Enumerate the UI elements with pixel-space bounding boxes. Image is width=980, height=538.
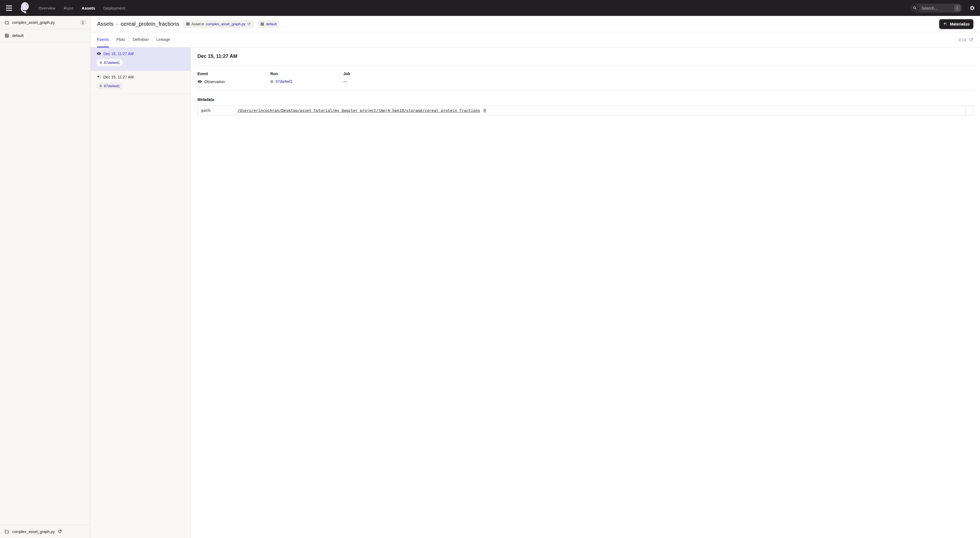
gear-icon[interactable]	[969, 5, 975, 11]
eye-icon	[197, 79, 202, 84]
field-label: Event	[197, 72, 270, 76]
folder-icon	[5, 529, 10, 534]
nav-item-assets[interactable]: Assets	[82, 6, 95, 10]
tab-events[interactable]: Events	[97, 32, 109, 48]
metadata-table: path /Users/erincochran/Desktop/asset_tu…	[197, 105, 974, 115]
breadcrumb-separator: ›	[116, 21, 118, 27]
tabs-spacer	[178, 32, 951, 47]
tab-definition[interactable]: Definition	[133, 32, 149, 48]
field-label: Run	[270, 72, 343, 76]
refresh-timer-area: 0:14	[959, 32, 974, 47]
run-status-dot	[100, 85, 102, 87]
sparkles-icon	[97, 75, 101, 79]
sidebar-item-label: default	[12, 33, 86, 38]
top-nav: Overview Runs Assets Deployment /	[0, 0, 980, 16]
nav-item-overview[interactable]: Overview	[38, 6, 56, 10]
dagster-logo-icon[interactable]	[19, 2, 31, 14]
run-id-link[interactable]: 67da4ed1	[104, 60, 120, 65]
breadcrumb-assets-link[interactable]: Assets	[97, 21, 113, 27]
asset-group-link[interactable]: default	[266, 22, 277, 26]
run-id-link[interactable]: 67da4ed1	[104, 84, 120, 88]
field-event: Event Observation	[197, 72, 270, 84]
event-summary-fields: Event Observation	[197, 72, 974, 84]
sidebar-spacer	[0, 42, 90, 525]
eye-icon	[97, 51, 101, 56]
job-value-empty: —	[343, 79, 347, 84]
asset-tabs: Events Plots Definition Lineage 0:14	[91, 32, 980, 48]
event-detail-heading: Dec 15, 11:27 AM	[197, 54, 974, 59]
search-shortcut-badge: /	[954, 5, 960, 11]
breadcrumb: Assets › cereal_protein_fractions	[97, 21, 179, 27]
nav-item-runs[interactable]: Runs	[64, 6, 73, 10]
code-location-sidebar: complex_asset_graph.py 1 default	[0, 16, 91, 538]
event-timestamp: Dec 15, 11:27 AM	[103, 51, 134, 56]
divider	[197, 90, 974, 90]
hamburger-menu-icon[interactable]	[5, 3, 14, 13]
primary-nav: Overview Runs Assets Deployment	[38, 6, 125, 10]
field-run: Run 67da4ed1	[270, 72, 343, 84]
field-job: Job —	[343, 72, 416, 84]
asset-group-icon	[5, 33, 10, 38]
metadata-row-path: path /Users/erincochran/Desktop/asset_tu…	[198, 106, 974, 115]
breadcrumb-current-asset: cereal_protein_fractions	[121, 21, 179, 27]
asset-group-tag: default	[258, 20, 279, 28]
event-type-value: Observation	[204, 80, 225, 84]
field-label: Job	[343, 72, 416, 76]
tab-plots[interactable]: Plots	[116, 32, 125, 48]
asset-header: Assets › cereal_protein_fractions Asset …	[91, 16, 980, 32]
copy-icon[interactable]	[483, 108, 487, 113]
event-list-item-observation[interactable]: Dec 15, 11:27 AM 67da4ed1	[91, 48, 191, 71]
asset-grid-icon	[186, 22, 190, 26]
folder-icon	[5, 20, 10, 25]
sidebar-item-group-default[interactable]: default	[0, 29, 90, 42]
metadata-section-title: Metadata	[197, 97, 974, 102]
run-id-link[interactable]: 67da4ed1	[275, 79, 293, 84]
run-status-dot	[100, 61, 102, 64]
event-timestamp: Dec 15, 11:27 AM	[103, 75, 134, 79]
search-icon	[910, 3, 919, 13]
event-detail-panel: Dec 15, 11:27 AM Event	[191, 48, 980, 538]
sparkles-icon	[943, 22, 948, 26]
asset-tag-code-location-link[interactable]: complex_asset_graph.py	[206, 22, 246, 26]
run-tag[interactable]: 67da4ed1	[97, 59, 123, 66]
materialize-button[interactable]: Materialize	[939, 19, 974, 29]
reload-icon[interactable]	[247, 22, 251, 26]
app-window: Overview Runs Assets Deployment /	[0, 0, 980, 538]
metadata-extra-cell	[966, 106, 974, 115]
sidebar-item-code-location[interactable]: complex_asset_graph.py 1	[0, 16, 90, 29]
run-status-dot	[270, 80, 274, 83]
event-list-item-materialization[interactable]: Dec 15, 11:27 AM 67da4ed1	[91, 71, 191, 94]
event-list: Dec 15, 11:27 AM 67da4ed1	[91, 48, 191, 538]
footer-code-location-label: complex_asset_graph.py	[12, 530, 55, 534]
asset-count-badge: 1	[80, 19, 86, 25]
asset-definition-tag: Asset in complex_asset_graph.py	[183, 20, 254, 28]
sidebar-item-label: complex_asset_graph.py	[12, 20, 77, 25]
metadata-path-link[interactable]: /Users/erincochran/Desktop/asset_tutoria…	[237, 108, 480, 113]
metadata-value-cell: /Users/erincochran/Desktop/asset_tutoria…	[234, 106, 966, 115]
sidebar-footer-code-location: complex_asset_graph.py	[0, 525, 90, 538]
asset-tag-prefix: Asset in	[192, 22, 204, 26]
metadata-key: path	[198, 106, 234, 115]
refresh-countdown: 0:14	[959, 38, 966, 42]
run-tag[interactable]: 67da4ed1	[97, 82, 123, 89]
reload-icon[interactable]	[57, 529, 62, 534]
nav-item-deployment[interactable]: Deployment	[103, 6, 125, 10]
asset-group-icon	[260, 22, 264, 26]
materialize-button-label: Materialize	[950, 22, 970, 26]
search-input[interactable]	[921, 6, 952, 10]
tab-lineage[interactable]: Lineage	[156, 32, 170, 48]
global-search: /	[910, 3, 962, 13]
refresh-icon[interactable]	[969, 38, 974, 42]
